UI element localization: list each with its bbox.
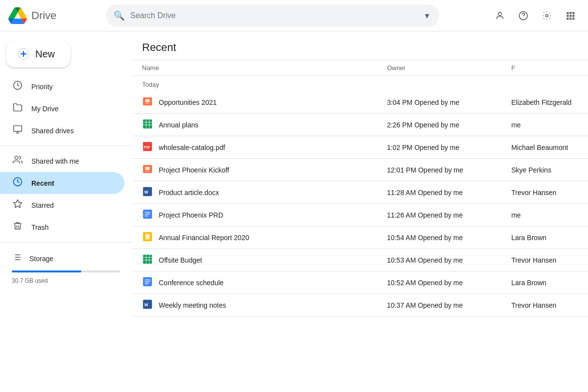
search-input[interactable]	[130, 11, 417, 20]
col-header-name[interactable]: Name	[132, 60, 381, 76]
table-row[interactable]: Opportunities 2021 3:04 PM Opened by me …	[132, 91, 588, 114]
col-header-owner[interactable]: Owner	[381, 60, 506, 76]
file-name-cell: W Product article.docx	[142, 186, 375, 198]
table-row[interactable]: Project Phoenix PRD 11:26 AM Opened by m…	[132, 204, 588, 226]
app-header: Drive 🔍 ▾	[0, 0, 588, 31]
file-type-icon	[142, 164, 153, 176]
file-owner: me	[505, 204, 588, 226]
sidebar-item-label: Recent	[31, 179, 54, 187]
storage-used-text: 30.7 GB used	[12, 277, 48, 284]
my-drive-icon	[12, 102, 24, 115]
sidebar-item-starred[interactable]: Starred	[0, 194, 124, 216]
file-time: 2:26 PM Opened by me	[381, 114, 506, 136]
new-button[interactable]: New	[6, 40, 71, 68]
storage-label[interactable]: Storage	[12, 252, 121, 265]
new-button-label: New	[35, 49, 55, 60]
table-row[interactable]: W Weekly meeting notes 10:37 AM Opened b…	[132, 294, 588, 317]
svg-rect-9	[567, 18, 569, 20]
svg-rect-48	[145, 234, 149, 240]
file-name-cell: Project Phoenix Kickoff	[142, 164, 375, 176]
file-time: 10:37 AM Opened by me	[381, 294, 506, 317]
file-time: 10:54 AM Opened by me	[381, 226, 506, 249]
file-name-cell: PDF wholesale-catalog.pdf	[142, 141, 375, 153]
file-name: wholesale-catalog.pdf	[159, 144, 225, 151]
sidebar-item-recent[interactable]: Recent	[0, 172, 124, 194]
svg-point-2	[546, 14, 548, 17]
shared-with-me-icon	[12, 155, 24, 167]
file-owner: Trevor Hansen	[505, 181, 588, 204]
file-name: Opportunities 2021	[159, 98, 217, 106]
col-header-size[interactable]: F	[505, 60, 588, 76]
file-name: Project Phoenix PRD	[159, 211, 223, 219]
file-name: Project Phoenix Kickoff	[159, 166, 229, 174]
file-type-icon: W	[142, 186, 153, 198]
file-type-icon	[142, 119, 153, 131]
file-type-icon	[142, 276, 153, 289]
file-name-cell: Project Phoenix PRD	[142, 209, 375, 221]
file-name-cell: Annual Financial Report 2020	[142, 231, 375, 244]
svg-rect-16	[14, 126, 22, 132]
settings-icon-button[interactable]	[537, 6, 557, 25]
svg-rect-6	[567, 15, 569, 17]
file-owner: Lara Brown	[505, 271, 588, 294]
file-time: 10:52 AM Opened by me	[381, 271, 506, 294]
file-name-cell: Offsite Budget	[142, 254, 375, 266]
new-plus-icon	[18, 48, 29, 60]
svg-rect-31	[143, 120, 152, 128]
sidebar-item-shared-with-me[interactable]: Shared with me	[0, 150, 124, 172]
sidebar-item-my-drive[interactable]: My Drive	[0, 98, 124, 120]
shared-drives-icon	[12, 124, 24, 137]
file-time: 11:26 AM Opened by me	[381, 204, 506, 226]
apps-icon-button[interactable]	[561, 6, 580, 25]
file-type-icon	[142, 231, 153, 244]
table-row[interactable]: Offsite Budget 10:53 AM Opened by me Tre…	[132, 249, 588, 271]
sidebar-item-trash[interactable]: Trash	[0, 216, 124, 238]
svg-rect-29	[145, 99, 149, 102]
svg-text:W: W	[145, 190, 148, 195]
file-type-icon	[142, 96, 153, 108]
file-type-icon: PDF	[142, 141, 153, 153]
file-type-icon	[142, 209, 153, 221]
file-type-icon	[142, 254, 153, 266]
account-icon-button[interactable]	[490, 6, 510, 25]
sidebar-item-shared-drives[interactable]: Shared drives	[0, 120, 124, 142]
file-table: Name Owner F Today Opportunities 2021 3:…	[132, 60, 588, 317]
search-icon: 🔍	[114, 10, 124, 21]
svg-point-19	[15, 156, 18, 160]
sidebar-item-priority[interactable]: Priority	[0, 75, 124, 98]
drive-logo-icon	[8, 7, 27, 24]
table-row[interactable]: W Product article.docx 11:28 AM Opened b…	[132, 181, 588, 204]
search-bar[interactable]: 🔍 ▾	[106, 4, 439, 27]
svg-rect-11	[572, 18, 574, 20]
file-type-icon: W	[142, 299, 153, 311]
storage-icon	[12, 252, 22, 265]
file-name: Annual Financial Report 2020	[159, 234, 249, 242]
storage-section: Storage 30.7 GB used	[0, 246, 132, 290]
section-label: Today	[132, 76, 588, 92]
table-row[interactable]: PDF wholesale-catalog.pdf 1:02 PM Opened…	[132, 136, 588, 159]
table-row[interactable]: Conference schedule 10:52 AM Opened by m…	[132, 271, 588, 294]
table-row[interactable]: Project Phoenix Kickoff 12:01 PM Opened …	[132, 159, 588, 181]
svg-rect-5	[572, 12, 574, 14]
recent-icon	[12, 177, 24, 189]
svg-text:W: W	[145, 303, 148, 307]
storage-bar-fill	[12, 270, 81, 272]
svg-rect-39	[145, 167, 149, 170]
file-owner: Lara Brown	[505, 226, 588, 249]
table-row[interactable]: Annual plans 2:26 PM Opened by me me	[132, 114, 588, 136]
svg-rect-3	[567, 12, 569, 14]
help-icon-button[interactable]	[514, 6, 533, 25]
sidebar-item-label: Shared drives	[31, 127, 74, 135]
file-time: 11:28 AM Opened by me	[381, 181, 506, 204]
starred-icon	[12, 199, 24, 211]
help-icon	[518, 11, 528, 21]
file-owner: me	[505, 114, 588, 136]
search-dropdown-button[interactable]: ▾	[423, 8, 431, 23]
app-title: Drive	[31, 9, 56, 22]
file-owner: Trevor Hansen	[505, 294, 588, 317]
file-name-cell: Annual plans	[142, 119, 375, 131]
table-row[interactable]: Annual Financial Report 2020 10:54 AM Op…	[132, 226, 588, 249]
file-time: 1:02 PM Opened by me	[381, 136, 506, 159]
settings-icon	[542, 11, 552, 21]
sidebar-item-label: Shared with me	[31, 157, 79, 165]
